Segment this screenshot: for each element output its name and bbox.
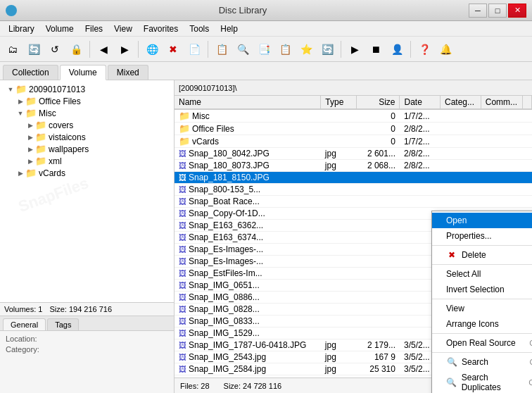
- tb-btn-19[interactable]: ❓: [414, 39, 434, 59]
- tb-btn-6[interactable]: ▶: [115, 39, 134, 59]
- menu-files[interactable]: Files: [80, 23, 108, 35]
- tab-collection[interactable]: Collection: [3, 65, 58, 80]
- ctx-select-all-label: Select All: [446, 269, 481, 279]
- right-panel: [200901071013]\ Name Type Size Date Cate…: [175, 80, 532, 393]
- tb-btn-4[interactable]: 🔒: [66, 39, 86, 59]
- ctx-search-shortcut: Ctrl+Alt+F: [529, 358, 532, 366]
- location-value: [51, 335, 168, 343]
- tb-btn-17[interactable]: ⏹: [366, 39, 386, 59]
- ctx-open-real-source[interactable]: Open Real Source Ctrl+Enter: [432, 335, 532, 351]
- tab-mixed[interactable]: Mixed: [108, 65, 148, 80]
- table-row[interactable]: 🖼Snap_800-153_5...: [175, 184, 532, 196]
- tb-btn-3[interactable]: ↺: [45, 39, 65, 59]
- ctx-search-dup-label: Search Duplicates: [462, 373, 529, 392]
- tree-item-wallpapers[interactable]: ▶ 📁 wallpapers: [3, 143, 171, 155]
- col-header-date[interactable]: Date: [400, 96, 441, 109]
- ctx-sep-4: [432, 333, 532, 334]
- ctx-search[interactable]: 🔍 Search Ctrl+Alt+F: [432, 354, 532, 370]
- tree-expand-5[interactable]: ▶: [25, 134, 35, 141]
- tb-btn-10[interactable]: 📋: [212, 39, 232, 59]
- col-header-cat[interactable]: Categ...: [441, 96, 481, 109]
- tree-expand-6[interactable]: ▶: [25, 146, 35, 153]
- tab-volume[interactable]: Volume: [60, 65, 106, 80]
- ctx-search-duplicates[interactable]: 🔍 Search Duplicates Ctrl+Alt+D: [432, 370, 532, 393]
- table-header: Name Type Size Date Categ... Comm...: [175, 96, 532, 109]
- table-row-selected[interactable]: 🖼Snap_181_8150.JPG: [175, 172, 532, 184]
- tree-expand-icon[interactable]: ▼: [6, 86, 15, 93]
- file-count: Files: 28: [180, 382, 210, 390]
- minimize-button[interactable]: ─: [469, 4, 487, 18]
- path-text: [200901071013]\: [179, 84, 237, 92]
- menu-library[interactable]: Library: [3, 23, 40, 35]
- tree-expand-2[interactable]: ▶: [15, 98, 25, 105]
- tb-btn-18[interactable]: 👤: [387, 39, 407, 59]
- menu-view[interactable]: View: [108, 23, 138, 35]
- table-row[interactable]: 📁Office Files 0 2/8/2...: [175, 123, 532, 135]
- close-button[interactable]: ✕: [508, 4, 526, 18]
- tree-expand-7[interactable]: ▶: [25, 158, 35, 165]
- search-icon: 🔍: [446, 357, 457, 367]
- ctx-view[interactable]: View ▶: [432, 301, 532, 316]
- info-tab-general[interactable]: General: [3, 318, 46, 330]
- menu-bar: Library Volume Files View Favorites Tool…: [0, 21, 532, 37]
- tb-btn-12[interactable]: 📑: [254, 39, 274, 59]
- ctx-sep-1: [432, 245, 532, 246]
- table-row[interactable]: 🖼Snap_180_8073.JPG jpg 2 068... 2/8/2...: [175, 160, 532, 172]
- toolbar-sep-4: [341, 41, 341, 58]
- info-panel: General Tags Location: Category:: [0, 316, 174, 393]
- col-header-size[interactable]: Size: [356, 96, 400, 109]
- tree-item-covers[interactable]: ▶ 📁 covers: [3, 119, 171, 131]
- maximize-button[interactable]: □: [488, 4, 507, 18]
- tb-btn-8[interactable]: ✖: [163, 39, 183, 59]
- file-size: Size: 24 728 116: [224, 382, 282, 390]
- tree-item-office[interactable]: ▶ 📁 Office Files: [3, 95, 171, 107]
- ctx-invert-selection[interactable]: Invert Selection: [432, 282, 532, 297]
- ctx-delete[interactable]: ✖ Delete Ctrl+D: [432, 247, 532, 263]
- tb-btn-15[interactable]: 🔄: [317, 39, 337, 59]
- col-header-comm[interactable]: Comm...: [481, 96, 522, 109]
- app-icon: [6, 5, 17, 16]
- tree-item-vistaicons[interactable]: ▶ 📁 vistaicons: [3, 131, 171, 143]
- ctx-invert-label: Invert Selection: [446, 285, 505, 294]
- tree-root[interactable]: ▼ 📁 200901071013: [3, 83, 171, 95]
- menu-help[interactable]: Help: [215, 23, 243, 35]
- volumes-label: Volumes: 1: [4, 305, 42, 313]
- tree-expand-8[interactable]: ▶: [15, 170, 25, 177]
- menu-volume[interactable]: Volume: [40, 23, 80, 35]
- table-row[interactable]: 📁vCards 0 1/7/2...: [175, 135, 532, 148]
- tree-expand-4[interactable]: ▶: [25, 122, 35, 129]
- col-header-type[interactable]: Type: [321, 96, 356, 109]
- window-title: Disc Library: [17, 5, 469, 15]
- tb-btn-20[interactable]: 🔔: [436, 39, 455, 59]
- menu-tools[interactable]: Tools: [184, 23, 215, 35]
- tb-btn-9[interactable]: 📄: [184, 39, 204, 59]
- col-header-name[interactable]: Name: [175, 96, 321, 109]
- tree-item-misc[interactable]: ▼ 📁 Misc: [3, 107, 171, 119]
- tb-btn-5[interactable]: ◀: [94, 39, 113, 59]
- tb-btn-14[interactable]: ⭐: [296, 39, 316, 59]
- tb-btn-16[interactable]: ▶: [345, 39, 365, 59]
- tb-btn-1[interactable]: 🗂: [3, 39, 23, 59]
- ctx-arrange-icons[interactable]: Arrange Icons: [432, 316, 532, 332]
- tb-btn-13[interactable]: 📋: [275, 39, 295, 59]
- tree-item-vcards[interactable]: ▶ 📁 vCards: [3, 167, 171, 179]
- ctx-arrange-label: Arrange Icons: [446, 319, 499, 329]
- tb-btn-2[interactable]: 🔄: [24, 39, 44, 59]
- table-row[interactable]: 📁Misc 0 1/7/2...: [175, 109, 532, 123]
- ctx-select-all[interactable]: Select All Ctrl+A: [432, 266, 532, 282]
- tree-label-vcards: vCards: [39, 168, 65, 178]
- ctx-open[interactable]: Open Enter: [432, 213, 532, 228]
- tree-root-label: 200901071013: [29, 85, 85, 94]
- table-row[interactable]: 🖼Snap_180_8042.JPG jpg 2 601... 2/8/2...: [175, 148, 532, 160]
- menu-favorites[interactable]: Favorites: [138, 23, 184, 35]
- tree-label-misc: Misc: [39, 108, 56, 118]
- tb-btn-7[interactable]: 🌐: [142, 39, 162, 59]
- ctx-properties[interactable]: Properties... Alt+Enter: [432, 228, 532, 244]
- table-row[interactable]: 🖼Snap_Boat Race...: [175, 196, 532, 208]
- info-tab-tags[interactable]: Tags: [47, 318, 79, 330]
- tree-area[interactable]: ▼ 📁 200901071013 ▶ 📁 Office Files ▼ 📁 Mi…: [0, 80, 174, 302]
- info-tabs: General Tags: [0, 316, 174, 331]
- tree-item-xml[interactable]: ▶ 📁 xml: [3, 155, 171, 167]
- tb-btn-11[interactable]: 🔍: [233, 39, 253, 59]
- tree-expand-3[interactable]: ▼: [15, 110, 25, 117]
